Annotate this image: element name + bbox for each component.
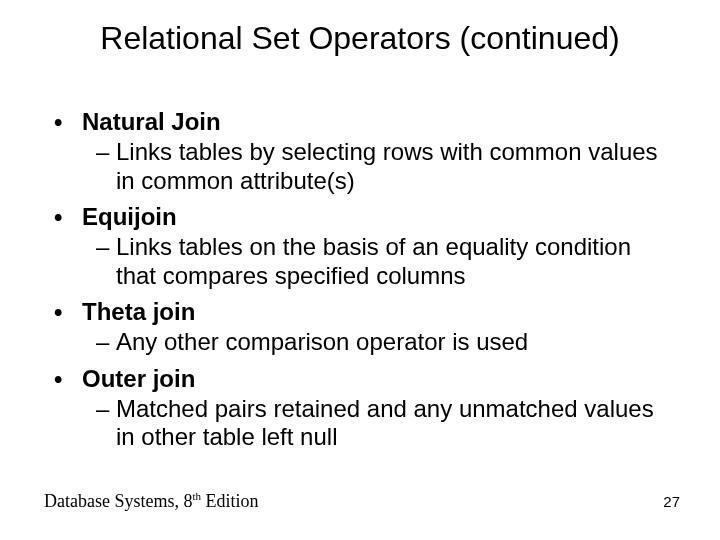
footer-book-name: Database Systems, 8 [44, 491, 192, 511]
bullet-dot-icon: • [54, 298, 82, 326]
bullet-equijoin: •Equijoin [54, 203, 674, 231]
bullet-label: Natural Join [82, 108, 221, 135]
dash-icon: – [96, 233, 116, 261]
bullet-label: Theta join [82, 298, 195, 325]
bullet-dot-icon: • [54, 365, 82, 393]
bullet-dot-icon: • [54, 108, 82, 136]
subbullet-text: Any other comparison operator is used [116, 328, 528, 355]
slide: Relational Set Operators (continued) •Na… [0, 0, 720, 540]
subbullet-theta-join: –Any other comparison operator is used [96, 328, 674, 356]
footer-edition: Edition [201, 491, 259, 511]
footer-ordinal: th [192, 490, 201, 502]
dash-icon: – [96, 395, 116, 423]
subbullet-natural-join: –Links tables by selecting rows with com… [96, 138, 674, 195]
footer-book: Database Systems, 8th Edition [44, 490, 259, 512]
dash-icon: – [96, 138, 116, 166]
page-number: 27 [663, 493, 680, 510]
subbullet-text: Matched pairs retained and any unmatched… [116, 395, 654, 450]
bullet-outer-join: •Outer join [54, 365, 674, 393]
bullet-label: Outer join [82, 365, 195, 392]
subbullet-outer-join: –Matched pairs retained and any unmatche… [96, 395, 674, 452]
bullet-theta-join: •Theta join [54, 298, 674, 326]
subbullet-text: Links tables by selecting rows with comm… [116, 138, 658, 193]
subbullet-text: Links tables on the basis of an equality… [116, 233, 631, 288]
bullet-label: Equijoin [82, 203, 177, 230]
slide-body: •Natural Join –Links tables by selecting… [54, 100, 674, 453]
bullet-natural-join: •Natural Join [54, 108, 674, 136]
dash-icon: – [96, 328, 116, 356]
bullet-dot-icon: • [54, 203, 82, 231]
slide-title: Relational Set Operators (continued) [0, 20, 720, 57]
subbullet-equijoin: –Links tables on the basis of an equalit… [96, 233, 674, 290]
